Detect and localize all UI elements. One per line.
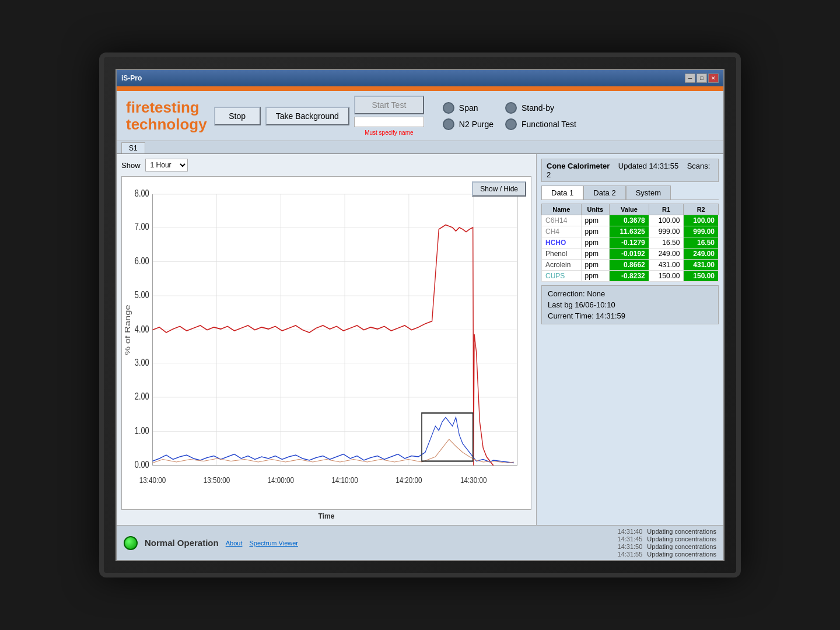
- radio-n2purge-label: N2 Purge: [459, 120, 494, 129]
- log-message: Updating concentrations: [647, 528, 716, 535]
- cell-r2: 431.00: [684, 260, 719, 271]
- status-bar: Normal Operation About Spectrum Viewer 1…: [117, 525, 723, 560]
- spectrum-viewer-link[interactable]: Spectrum Viewer: [249, 540, 298, 547]
- log-area: 14:31:40Updating concentrations14:31:45U…: [618, 528, 716, 558]
- minimize-button[interactable]: ─: [685, 74, 695, 83]
- correction-label: Correction: None: [548, 289, 712, 298]
- cell-units: ppm: [581, 249, 610, 260]
- info-area: Correction: None Last bg 16/06-10:10 Cur…: [541, 285, 719, 324]
- table-row: CH4 ppm 11.6325 999.00 999.00: [542, 226, 719, 237]
- col-r2: R2: [684, 204, 719, 215]
- table-row: CUPS ppm -0.8232 150.00 150.00: [542, 271, 719, 282]
- radio-span-label: Span: [459, 103, 478, 113]
- hour-select[interactable]: 1 Hour 2 Hours All: [145, 159, 188, 172]
- cell-units: ppm: [581, 226, 610, 237]
- cell-units: ppm: [581, 237, 610, 249]
- maximize-button[interactable]: □: [696, 74, 707, 83]
- show-hide-button[interactable]: Show / Hide: [472, 181, 526, 197]
- cell-r2: 16.50: [684, 237, 719, 249]
- current-time-label: Current Time: 14:31:59: [548, 312, 712, 320]
- monitor-bezel: iS-Pro ─ □ ✕ firetesting technology Stop…: [99, 52, 741, 578]
- main-content: Show 1 Hour 2 Hours All Show / Hide: [117, 154, 723, 525]
- svg-text:14:30:00: 14:30:00: [460, 475, 487, 485]
- log-message: Updating concentrations: [647, 551, 716, 558]
- cell-units: ppm: [581, 260, 610, 271]
- log-entry: 14:31:45Updating concentrations: [618, 536, 716, 542]
- title-bar: iS-Pro ─ □ ✕: [117, 70, 723, 86]
- table-row: Acrolein ppm 0.8662 431.00 431.00: [542, 260, 719, 271]
- radio-span-circle: [443, 102, 454, 114]
- radio-n2purge[interactable]: N2 Purge: [443, 118, 494, 130]
- tab-data1[interactable]: Data 1: [541, 186, 583, 200]
- svg-text:2.00: 2.00: [135, 391, 149, 402]
- stop-button[interactable]: Stop: [214, 107, 261, 125]
- log-time: 14:31:55: [618, 551, 643, 558]
- radio-span[interactable]: Span: [443, 102, 494, 114]
- tab-system[interactable]: System: [626, 186, 671, 200]
- window-frame: iS-Pro ─ □ ✕ firetesting technology Stop…: [116, 69, 724, 561]
- right-panel: Cone Calorimeter Updated 14:31:55 Scans:…: [537, 154, 723, 525]
- cell-value: 0.3678: [610, 215, 649, 226]
- log-time: 14:31:40: [618, 528, 643, 535]
- table-row: Phenol ppm -0.0192 249.00 249.00: [542, 249, 719, 260]
- show-label: Show: [121, 161, 141, 170]
- cell-r1: 150.00: [649, 271, 684, 282]
- cell-name: C6H14: [542, 215, 582, 226]
- cell-r1: 249.00: [649, 249, 684, 260]
- svg-text:14:20:00: 14:20:00: [396, 475, 422, 485]
- cell-value: 0.8662: [610, 260, 649, 271]
- radio-group: Span N2 Purge Stand-by Functional Test: [443, 102, 576, 130]
- svg-text:13:50:00: 13:50:00: [204, 475, 230, 485]
- svg-text:7.00: 7.00: [135, 222, 149, 232]
- svg-text:1.00: 1.00: [135, 425, 149, 436]
- cell-name: CUPS: [542, 271, 582, 282]
- cell-r2: 999.00: [684, 226, 719, 237]
- chart-svg: 0.00 1.00 2.00 3.00 4.00 5.00 6.00 7.00 …: [122, 177, 531, 509]
- table-row: HCHO ppm -0.1279 16.50 16.50: [542, 237, 719, 249]
- take-background-button[interactable]: Take Background: [265, 107, 349, 125]
- tab-s1[interactable]: S1: [121, 142, 145, 153]
- cell-r1: 100.00: [649, 215, 684, 226]
- x-axis-label: Time: [121, 512, 531, 520]
- cell-value: 11.6325: [610, 226, 649, 237]
- svg-text:14:00:00: 14:00:00: [267, 475, 293, 485]
- log-entry: 14:31:40Updating concentrations: [618, 528, 716, 535]
- log-message: Updating concentrations: [647, 543, 716, 550]
- close-button[interactable]: ✕: [708, 74, 719, 83]
- logo-line1: firetesting: [126, 99, 207, 116]
- toolbar: firetesting technology Stop Take Backgro…: [117, 91, 723, 141]
- status-dot: [124, 536, 138, 550]
- svg-text:4.00: 4.00: [135, 324, 149, 334]
- tab-strip: S1: [117, 141, 723, 154]
- start-test-area: Start Test Must specify name: [354, 96, 424, 136]
- data-table: Name Units Value R1 R2 C6H14 ppm 0.3678 …: [541, 204, 719, 282]
- svg-text:3.00: 3.00: [135, 357, 149, 368]
- radio-standby[interactable]: Stand-by: [505, 102, 576, 114]
- cell-r2: 100.00: [684, 215, 719, 226]
- cell-r2: 150.00: [684, 271, 719, 282]
- col-name: Name: [542, 204, 582, 215]
- left-panel: Show 1 Hour 2 Hours All Show / Hide: [117, 154, 537, 525]
- start-test-button[interactable]: Start Test: [354, 96, 424, 114]
- cell-value: -0.8232: [610, 271, 649, 282]
- cell-name: CH4: [542, 226, 582, 237]
- radio-functional[interactable]: Functional Test: [505, 118, 576, 130]
- test-name-input[interactable]: [354, 117, 424, 127]
- col-units: Units: [581, 204, 610, 215]
- orange-stripe: [117, 86, 723, 91]
- cell-name: HCHO: [542, 237, 582, 249]
- cell-r1: 999.00: [649, 226, 684, 237]
- cell-name: Phenol: [542, 249, 582, 260]
- radio-n2purge-circle: [443, 118, 454, 130]
- cell-units: ppm: [581, 215, 610, 226]
- tab-data2[interactable]: Data 2: [583, 186, 625, 200]
- radio-col-right: Stand-by Functional Test: [505, 102, 576, 130]
- about-link[interactable]: About: [226, 540, 243, 547]
- col-r1: R1: [649, 204, 684, 215]
- svg-text:0.00: 0.00: [135, 460, 149, 470]
- col-value: Value: [610, 204, 649, 215]
- must-specify-label: Must specify name: [354, 130, 424, 136]
- cone-title: Cone Calorimeter: [547, 162, 610, 170]
- app-title: iS-Pro: [121, 74, 142, 82]
- status-text: Normal Operation: [145, 538, 219, 548]
